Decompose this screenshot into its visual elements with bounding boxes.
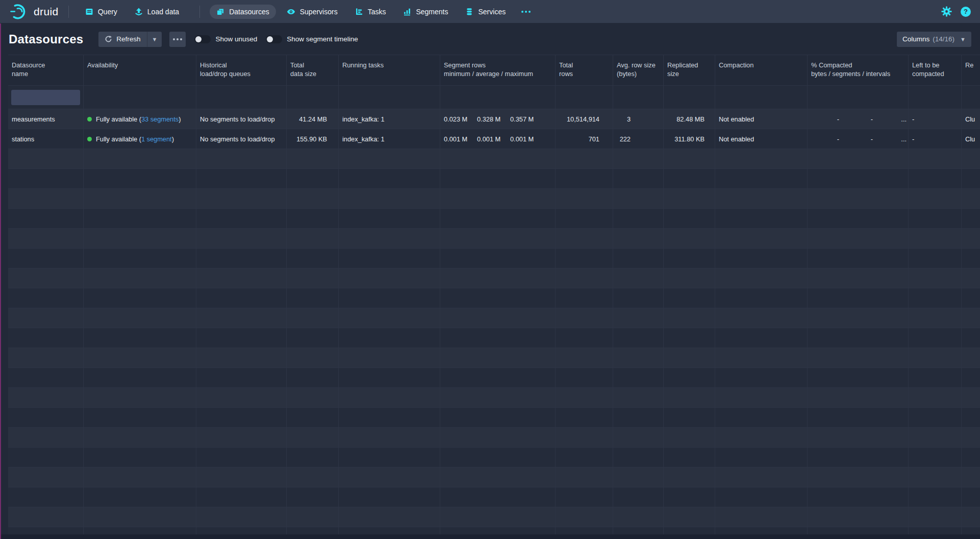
column-header-compaction[interactable]: Compaction xyxy=(715,55,808,85)
empty-cell xyxy=(287,229,339,248)
empty-cell xyxy=(715,388,808,407)
availability-text-close: ) xyxy=(172,135,174,143)
empty-cell xyxy=(287,428,339,447)
filter-cell xyxy=(440,86,556,109)
fully-available-dot-icon xyxy=(87,117,92,121)
nav-item-load-data[interactable]: Load data xyxy=(128,5,186,19)
nav-item-supervisors[interactable]: Supervisors xyxy=(280,5,344,19)
left-edge-line xyxy=(0,23,1,539)
column-header-retention[interactable]: Re xyxy=(962,55,980,85)
cell-left-to-compact: - xyxy=(909,109,962,129)
nav-item-services[interactable]: Services xyxy=(459,5,512,19)
table-row xyxy=(8,428,980,448)
cell-datasource-name[interactable]: stations xyxy=(8,129,84,149)
empty-cell xyxy=(613,268,664,288)
column-header-segment-rows[interactable]: Segment rowsminimum / average / maximum xyxy=(440,55,556,85)
segments-count-link[interactable]: 33 segments xyxy=(141,115,179,123)
toggle-track[interactable] xyxy=(266,35,282,43)
empty-cell xyxy=(440,268,556,288)
empty-cell xyxy=(808,487,909,507)
nav-item-datasources[interactable]: Datasources xyxy=(210,5,276,19)
datasources-table: Datasourcename Availability Historicallo… xyxy=(8,55,980,539)
nav-item-label: Datasources xyxy=(229,8,269,16)
table-row xyxy=(8,448,980,468)
table-row xyxy=(8,487,980,507)
brand-text: druid xyxy=(34,6,59,18)
horizontal-scrollbar[interactable] xyxy=(0,534,980,539)
empty-cell xyxy=(339,368,440,387)
column-header-pct-compacted[interactable]: % Compactedbytes / segments / intervals xyxy=(808,55,909,85)
table-row xyxy=(8,348,980,368)
empty-cell xyxy=(808,328,909,348)
column-header-replicated-size[interactable]: Replicatedsize xyxy=(664,55,715,85)
empty-cell xyxy=(339,249,440,268)
nav-divider xyxy=(68,6,69,18)
empty-cell xyxy=(909,448,962,467)
empty-cell xyxy=(613,328,664,348)
help-icon[interactable]: ? xyxy=(961,7,971,17)
empty-cell xyxy=(556,507,613,527)
show-segment-timeline-toggle[interactable]: Show segment timeline xyxy=(266,35,358,43)
empty-cell xyxy=(909,268,962,288)
filter-cell xyxy=(664,86,715,109)
column-header-availability[interactable]: Availability xyxy=(84,55,196,85)
filter-cell xyxy=(613,86,664,109)
chevron-down-icon: ▼ xyxy=(960,36,966,42)
empty-cell xyxy=(287,268,339,288)
column-header-load-drop[interactable]: Historicalload/drop queues xyxy=(196,55,287,85)
empty-cell xyxy=(664,229,715,248)
empty-cell xyxy=(613,428,664,447)
more-actions-button[interactable] xyxy=(169,32,186,47)
empty-cell xyxy=(715,249,808,268)
empty-cell xyxy=(339,149,440,168)
nav-item-segments[interactable]: Segments xyxy=(396,5,455,19)
empty-cell xyxy=(8,169,84,188)
empty-cell xyxy=(556,368,613,387)
column-header-total-rows[interactable]: Totalrows xyxy=(556,55,613,85)
empty-cell xyxy=(556,328,613,348)
empty-cell xyxy=(339,408,440,427)
empty-cell xyxy=(664,428,715,447)
druid-brand[interactable]: druid xyxy=(10,4,59,19)
empty-cell xyxy=(287,507,339,527)
empty-cell xyxy=(613,468,664,487)
table-row[interactable]: stations Fully available (1 segment) No … xyxy=(8,129,980,149)
toggle-track[interactable] xyxy=(194,35,211,43)
column-header-datasource-name[interactable]: Datasourcename xyxy=(8,55,84,85)
empty-cell xyxy=(196,149,287,168)
refresh-interval-dropdown[interactable]: ▼ xyxy=(147,32,162,47)
empty-cell xyxy=(556,408,613,427)
cell-avg-row-size: 3 xyxy=(613,109,664,129)
segments-count-link[interactable]: 1 segment xyxy=(141,135,172,143)
column-header-running-tasks[interactable]: Running tasks xyxy=(339,55,440,85)
datasource-name-filter-input[interactable] xyxy=(11,90,80,105)
empty-cell xyxy=(84,268,196,288)
gear-icon[interactable] xyxy=(941,6,952,17)
column-header-avg-row-size[interactable]: Avg. row size(bytes) xyxy=(613,55,664,85)
table-row[interactable]: measurements Fully available (33 segment… xyxy=(8,109,980,129)
column-header-total-data-size[interactable]: Totaldata size xyxy=(287,55,339,85)
filter-cell xyxy=(909,86,962,109)
cell-pct-compacted: - - ... xyxy=(808,109,909,129)
compacted-intervals: ... xyxy=(875,115,909,123)
nav-item-query[interactable]: Query xyxy=(79,5,124,19)
empty-cell xyxy=(715,468,808,487)
columns-dropdown-button[interactable]: Columns (14/16) ▼ xyxy=(897,32,971,47)
empty-cell xyxy=(715,149,808,168)
refresh-button[interactable]: Refresh xyxy=(98,32,147,47)
empty-cell xyxy=(84,149,196,168)
empty-cell xyxy=(287,348,339,368)
column-header-left-to-be-compacted[interactable]: Left to becompacted xyxy=(909,55,962,85)
show-unused-toggle[interactable]: Show unused xyxy=(194,35,257,43)
filter-cell xyxy=(287,86,339,109)
nav-more-button[interactable] xyxy=(516,8,536,16)
empty-cell xyxy=(196,308,287,328)
filter-cell xyxy=(556,86,613,109)
cell-datasource-name[interactable]: measurements xyxy=(8,109,84,129)
availability-text-close: ) xyxy=(179,115,181,123)
druid-logo-icon xyxy=(10,4,29,19)
datasources-icon xyxy=(216,8,224,16)
nav-item-tasks[interactable]: Tasks xyxy=(348,5,393,19)
empty-cell xyxy=(287,468,339,487)
empty-cell xyxy=(909,468,962,487)
